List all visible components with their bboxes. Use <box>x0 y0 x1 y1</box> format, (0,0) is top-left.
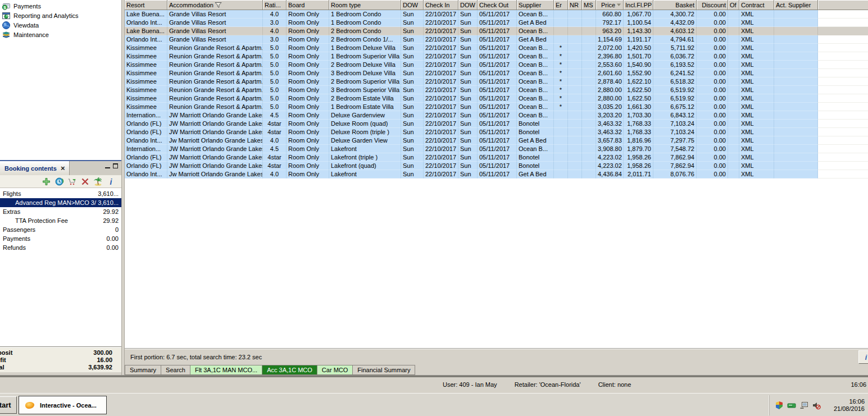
cell: Room Only <box>287 111 329 120</box>
booking-item[interactable]: Flights3,610... <box>0 189 121 198</box>
column-header-basket[interactable]: Basket <box>653 0 697 10</box>
column-header-contract[interactable]: Contract <box>739 0 774 10</box>
column-header-discount[interactable]: Discount <box>697 0 728 10</box>
column-header-ms[interactable]: MS <box>582 0 596 10</box>
filter-icon[interactable] <box>215 2 222 8</box>
column-header-of[interactable]: Of <box>728 0 739 10</box>
cell <box>554 153 568 162</box>
booking-item[interactable]: Payments0.00 <box>0 234 121 243</box>
cell <box>568 128 582 136</box>
tab-flt-3a-1c-man-mco[interactable]: Flt 3A,1C MAN MCO... <box>190 365 262 375</box>
table-row[interactable]: Internation...JW Marriott Orlando Grande… <box>125 145 868 153</box>
cell: XML <box>739 19 774 27</box>
column-header-er[interactable]: Er <box>554 0 568 10</box>
sidebar-item-payments[interactable]: $Payments <box>0 1 121 11</box>
table-row[interactable]: KissimmeeReunion Grande Resort & Apartm.… <box>125 44 868 52</box>
column-header-accommodation[interactable]: Accommodation <box>167 0 263 10</box>
table-row[interactable]: Internation...JW Marriott Orlando Grande… <box>125 111 868 120</box>
cell: Reunion Grande Resort & Apartm... <box>167 94 263 103</box>
info-button[interactable]: i <box>858 350 868 364</box>
booking-item[interactable]: Extras29.92 <box>0 207 121 216</box>
tab-summary[interactable]: Summary <box>125 365 161 375</box>
close-icon[interactable]: × <box>61 166 65 171</box>
table-row[interactable]: Lake Buena...Grande Villas Resort4.0Room… <box>125 10 868 19</box>
start-button[interactable]: Start <box>0 396 17 414</box>
info-icon: i <box>862 353 868 362</box>
antivirus-icon[interactable] <box>775 401 784 410</box>
column-header-board[interactable]: Board <box>287 0 329 10</box>
table-row[interactable]: KissimmeeReunion Grande Resort & Apartm.… <box>125 77 868 86</box>
table-row[interactable]: Orlando Int...Grande Villas Resort3.0Roo… <box>125 19 868 27</box>
cell: 1,958.26 <box>624 162 653 170</box>
table-row[interactable]: KissimmeeReunion Grande Resort & Apartm.… <box>125 103 868 111</box>
tab-acc-3a-1c-mco[interactable]: Acc 3A,1C MCO <box>262 365 317 375</box>
card-icon[interactable] <box>787 401 796 410</box>
column-header-label: Er <box>556 2 562 8</box>
cell: Get A Bed <box>517 19 554 27</box>
table-row[interactable]: Orlando Int...Grande Villas Resort3.0Roo… <box>125 35 868 44</box>
column-header-label: Price <box>601 2 615 8</box>
booking-item[interactable]: TTA Protection Fee29.92 <box>0 216 121 225</box>
cell <box>554 145 568 153</box>
cell: 0.00 <box>697 145 728 153</box>
taskbar-window-button[interactable]: Interactive - Ocea... <box>19 396 107 414</box>
cell: 05/11/2017 <box>478 128 517 136</box>
column-header-resort[interactable]: Resort <box>125 0 167 10</box>
web-refresh-icon[interactable] <box>54 177 64 186</box>
volume-muted-icon[interactable] <box>812 401 821 410</box>
table-row[interactable]: KissimmeeReunion Grande Resort & Apartm.… <box>125 94 868 103</box>
column-header-label: Contract <box>741 2 765 8</box>
sidebar-item-reporting-and-analytics[interactable]: Reporting and Analytics <box>0 11 121 20</box>
add-icon[interactable] <box>42 177 51 186</box>
holiday-icon[interactable] <box>93 177 103 186</box>
tab-search[interactable]: Search <box>161 365 190 375</box>
column-header-dow[interactable]: DOW <box>458 0 478 10</box>
column-header-room-type[interactable]: Room type <box>329 0 401 10</box>
status-user: User: 409 - Ian May <box>443 381 497 388</box>
table-row[interactable]: KissimmeeReunion Grande Resort & Apartm.… <box>125 61 868 69</box>
cell: 2 Bedroom Condo 1/... <box>329 35 401 44</box>
delete-icon[interactable] <box>80 177 90 186</box>
table-row[interactable]: KissimmeeReunion Grande Resort & Apartm.… <box>125 69 868 77</box>
column-header-nr[interactable]: NR <box>568 0 582 10</box>
tab-financial-summary[interactable]: Financial Summary <box>352 365 415 375</box>
table-row[interactable]: Lake Buena...Grande Villas Resort4.0Room… <box>125 27 868 35</box>
table-row[interactable]: Orlando (FL)JW Marriott Orlando Grande L… <box>125 162 868 170</box>
booking-contents-tab[interactable]: Booking contents × <box>0 161 70 175</box>
table-row[interactable]: Orlando Int...Jw Marriott Orlando Grande… <box>125 170 868 179</box>
cell: Sun <box>458 52 478 61</box>
table-row[interactable]: Orlando (FL)JW Marriott Orlando Grande L… <box>125 120 868 128</box>
cell: 2,878.40 <box>596 77 624 86</box>
column-header-rati[interactable]: Rati... <box>263 0 287 10</box>
table-row[interactable]: Orlando (FL)JW Marriott Orlando Grande L… <box>125 128 868 136</box>
cell <box>774 153 818 162</box>
column-header-act-supplier[interactable]: Act. Supplier <box>774 0 818 10</box>
column-header-check-out[interactable]: Check Out <box>478 0 517 10</box>
cell: 05/11/2017 <box>478 120 517 128</box>
booking-item[interactable]: Advanced Reg MAN>MCO 3/3,610... <box>0 198 121 207</box>
tab-car-mco[interactable]: Car MCO <box>317 365 353 375</box>
column-header-price[interactable]: Price <box>596 0 624 10</box>
info-icon[interactable]: i <box>106 177 116 186</box>
column-header-supplier[interactable]: Supplier <box>517 0 554 10</box>
column-header-dow[interactable]: DOW <box>401 0 424 10</box>
table-row[interactable]: KissimmeeReunion Grande Resort & Apartm.… <box>125 52 868 61</box>
cell: Ocean B... <box>517 145 554 153</box>
table-row[interactable]: Orlando Int...Jw Marriott Orlando Grande… <box>125 136 868 145</box>
sidebar-item-viewdata[interactable]: Viewdata <box>0 20 121 30</box>
column-header-check-in[interactable]: Check In <box>424 0 458 10</box>
cell: 05/11/2017 <box>478 86 517 94</box>
table-row[interactable]: KissimmeeReunion Grande Resort & Apartm.… <box>125 86 868 94</box>
minimize-icon[interactable] <box>105 163 110 168</box>
cell: Room Only <box>287 35 329 44</box>
cell: Sun <box>458 77 478 86</box>
cell: Room Only <box>287 27 329 35</box>
booking-item[interactable]: Refunds0.00 <box>0 243 121 252</box>
column-header-incl-fl-pp[interactable]: Incl.Fl.PP <box>624 0 653 10</box>
table-row[interactable]: Orlando (FL)JW Marriott Orlando Grande L… <box>125 153 868 162</box>
sidebar-item-maintenance[interactable]: Maintenance <box>0 30 121 39</box>
maximize-icon[interactable] <box>113 163 118 168</box>
cart-icon[interactable] <box>67 177 77 186</box>
network-icon[interactable] <box>799 401 808 410</box>
booking-item[interactable]: Passengers0 <box>0 225 121 234</box>
